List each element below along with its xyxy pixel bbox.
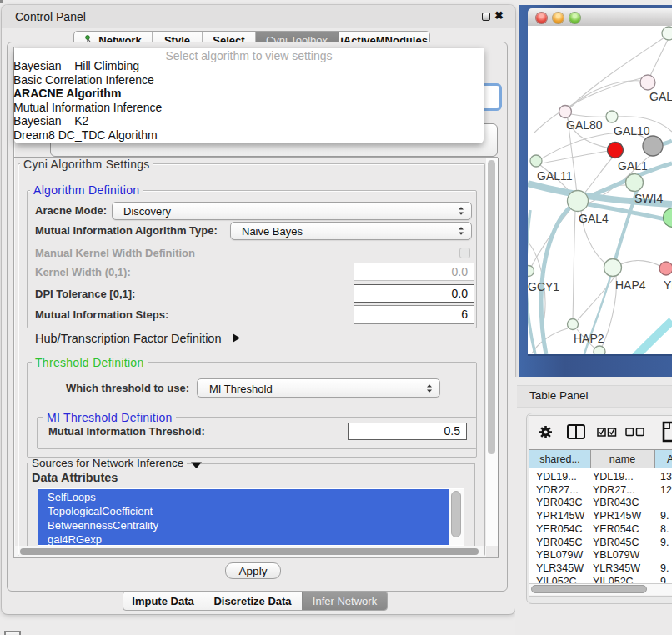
svg-text:GAL80: GAL80 — [566, 118, 603, 132]
svg-text:YM: YM — [664, 278, 672, 292]
svg-text:GAL10: GAL10 — [614, 124, 650, 138]
svg-text:HAP2: HAP2 — [574, 332, 604, 345]
svg-text:GAL2: GAL2 — [649, 90, 672, 103]
svg-text:GAL4: GAL4 — [579, 212, 609, 225]
svg-text:GAL11: GAL11 — [537, 169, 573, 182]
svg-text:GCY1: GCY1 — [528, 280, 559, 293]
svg-text:SWI4: SWI4 — [634, 192, 663, 205]
svg-text:GAL1: GAL1 — [618, 159, 648, 172]
svg-text:HAP4: HAP4 — [615, 278, 646, 292]
